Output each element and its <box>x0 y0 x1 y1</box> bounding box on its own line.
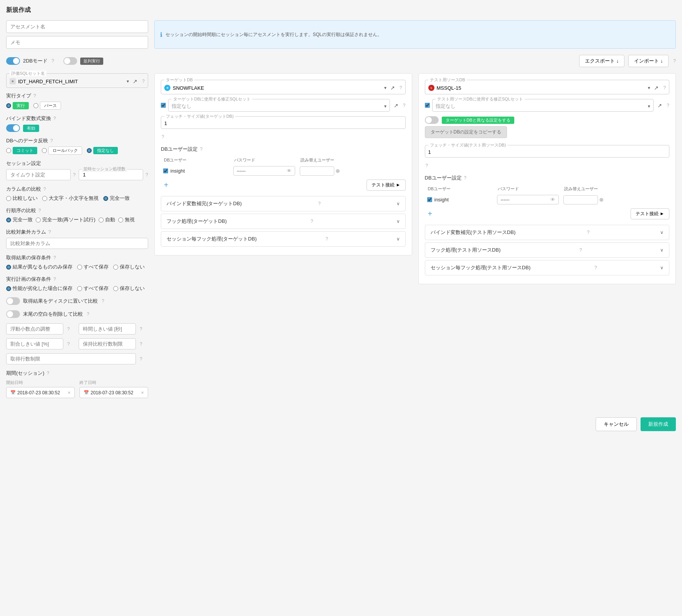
trim-space-toggle[interactable] <box>6 310 20 318</box>
timeout-help[interactable]: ? <box>73 172 76 178</box>
plan-none-radio[interactable]: 保存しない <box>113 285 145 292</box>
test-hook-help[interactable]: ? <box>580 247 582 253</box>
test-fetch-input[interactable] <box>428 149 666 155</box>
plan-perf-radio[interactable]: 性能が劣化した場合に保存 <box>6 285 73 292</box>
rollback-radio[interactable]: ロールバック <box>42 147 82 155</box>
target-session-hook-accordion[interactable]: セッション毎フック処理(ターゲットDB) ? ∨ <box>161 231 406 247</box>
target-db-select[interactable]: SNOWFLAKE <box>173 85 382 91</box>
disk-compare-help[interactable]: ? <box>102 298 104 304</box>
keep-parallel-help[interactable]: ? <box>140 341 148 347</box>
target-sql-checkbox[interactable] <box>161 103 166 108</box>
float-adj-input[interactable] <box>6 323 63 334</box>
test-db-help[interactable]: ? <box>663 85 666 91</box>
test-add-user-btn[interactable]: + <box>425 209 436 219</box>
exec-radio[interactable]: 実行 <box>6 102 29 109</box>
target-read-user-input[interactable] <box>300 166 334 176</box>
target-test-connect-btn[interactable]: テスト接続 ► <box>367 180 405 191</box>
diff-toggle[interactable] <box>425 116 439 124</box>
target-sql-external-link[interactable]: ↗ <box>392 102 400 109</box>
2db-mode-help[interactable]: ? <box>51 58 54 64</box>
db-reflect-help[interactable]: ? <box>50 138 53 143</box>
row-compare-help[interactable]: ? <box>38 208 41 213</box>
row-ignore-radio[interactable]: 無視 <box>118 216 135 223</box>
ratio-threshold-input[interactable] <box>6 338 63 349</box>
test-sql-select[interactable]: 指定なし <box>436 103 648 109</box>
test-bind-var-help[interactable]: ? <box>587 230 590 235</box>
target-bind-var-accordion[interactable]: バインド変数補完(ターゲットDB) ? ∨ <box>161 196 406 211</box>
target-db-help[interactable]: ? <box>400 85 402 91</box>
row-exact-radio[interactable]: 完全一致 <box>6 216 33 223</box>
save-none-radio[interactable]: 保存しない <box>113 264 145 270</box>
test-sql-external-link[interactable]: ↗ <box>656 102 664 109</box>
target-sql-help[interactable]: ? <box>403 103 406 108</box>
target-add-user-btn[interactable]: + <box>161 180 172 190</box>
row-auto-radio[interactable]: 自動 <box>99 216 115 223</box>
eval-sql-external-link[interactable]: ↗ <box>131 77 139 85</box>
2db-mode-toggle[interactable] <box>6 57 20 65</box>
test-user-checkbox-row[interactable]: insight <box>427 197 493 203</box>
test-password-field[interactable]: •••••• 👁 <box>497 195 559 204</box>
target-session-hook-help[interactable]: ? <box>325 236 328 242</box>
concurrent-help[interactable]: ? <box>145 172 148 178</box>
test-fetch-help[interactable]: ? <box>426 163 428 168</box>
parse-radio[interactable]: パース <box>33 102 61 110</box>
target-db-user-help[interactable]: ? <box>200 147 203 152</box>
time-threshold-input[interactable] <box>79 323 136 334</box>
target-fetch-input[interactable] <box>164 120 402 126</box>
save-condition-help[interactable]: ? <box>53 255 56 260</box>
target-db-external-link[interactable]: ↗ <box>389 84 396 92</box>
test-session-hook-accordion[interactable]: セッション毎フック処理(テスト用ソースDB) ? ∨ <box>425 260 670 275</box>
target-hook-help[interactable]: ? <box>310 219 313 224</box>
bind-var-help[interactable]: ? <box>53 116 56 121</box>
test-hook-accordion[interactable]: フック処理(テスト用ソースDB) ? ∨ <box>425 242 670 258</box>
create-button[interactable]: 新規作成 <box>641 417 676 431</box>
cancel-button[interactable]: キャンセル <box>596 417 637 431</box>
ratio-threshold-help[interactable]: ? <box>67 341 76 347</box>
target-sql-select[interactable]: 指定なし <box>172 103 384 109</box>
test-db-select[interactable]: MSSQL-15 <box>437 85 646 91</box>
save-diff-radio[interactable]: 結果が異なるもののみ保存 <box>6 264 73 270</box>
bind-var-toggle[interactable] <box>6 124 20 132</box>
col-exact[interactable]: 完全一致 <box>103 195 130 202</box>
exclude-col-help[interactable]: ? <box>48 229 51 235</box>
target-fetch-help[interactable]: ? <box>162 134 164 140</box>
test-sql-help[interactable]: ? <box>667 103 669 108</box>
test-eye-icon[interactable]: 👁 <box>550 197 555 203</box>
save-all-radio[interactable]: すべて保存 <box>77 264 109 270</box>
col-no-compare[interactable]: 比較しない <box>6 195 38 202</box>
timeout-input[interactable] <box>6 169 71 180</box>
trim-space-help[interactable]: ? <box>87 311 89 317</box>
test-db-external-link[interactable]: ↗ <box>652 84 660 92</box>
target-user-checkbox-row[interactable]: insight <box>163 168 229 174</box>
test-test-connect-btn[interactable]: テスト接続 ► <box>631 208 669 219</box>
test-db-user-help[interactable]: ? <box>464 175 467 181</box>
exclude-col-input[interactable] <box>6 238 148 249</box>
row-exact-resort-radio[interactable]: 完全一致(再ソート試行) <box>36 216 96 223</box>
assessment-name-input[interactable] <box>6 20 148 33</box>
start-date-clear[interactable]: × <box>68 390 71 395</box>
test-bind-var-accordion[interactable]: バインド変数補完(テスト用ソースDB) ? ∨ <box>425 225 670 240</box>
parallel-toggle[interactable] <box>63 57 77 65</box>
toolbar-help[interactable]: ? <box>673 58 676 64</box>
commit-radio[interactable]: コミット <box>6 147 37 154</box>
no-spec-radio[interactable]: 指定なし <box>87 147 118 154</box>
test-sql-checkbox[interactable] <box>425 103 430 108</box>
keep-parallel-input[interactable] <box>79 338 136 349</box>
test-session-hook-help[interactable]: ? <box>594 265 597 270</box>
target-hook-accordion[interactable]: フック処理(ターゲットDB) ? ∨ <box>161 214 406 229</box>
eval-sql-select[interactable]: IDT_HARD_FETCH_LIMIT <box>18 79 124 84</box>
export-button[interactable]: エクスポート ↓ <box>579 55 624 67</box>
exec-plan-help[interactable]: ? <box>53 277 56 282</box>
float-adj-help[interactable]: ? <box>67 326 76 332</box>
time-threshold-help[interactable]: ? <box>140 326 148 332</box>
eye-icon[interactable]: 👁 <box>287 168 292 174</box>
test-read-user-input[interactable] <box>563 195 598 204</box>
fetch-limit-input[interactable] <box>6 353 136 364</box>
plan-all-radio[interactable]: すべて保存 <box>77 285 109 292</box>
end-date-clear[interactable]: × <box>141 390 144 395</box>
target-bind-var-help[interactable]: ? <box>318 201 321 206</box>
col-case-ignore[interactable]: 大文字・小文字を無視 <box>42 195 99 202</box>
period-help[interactable]: ? <box>47 371 50 376</box>
copy-settings-btn[interactable]: ターゲットDBの設定をコピーする <box>425 126 507 138</box>
memo-input[interactable] <box>6 36 148 49</box>
